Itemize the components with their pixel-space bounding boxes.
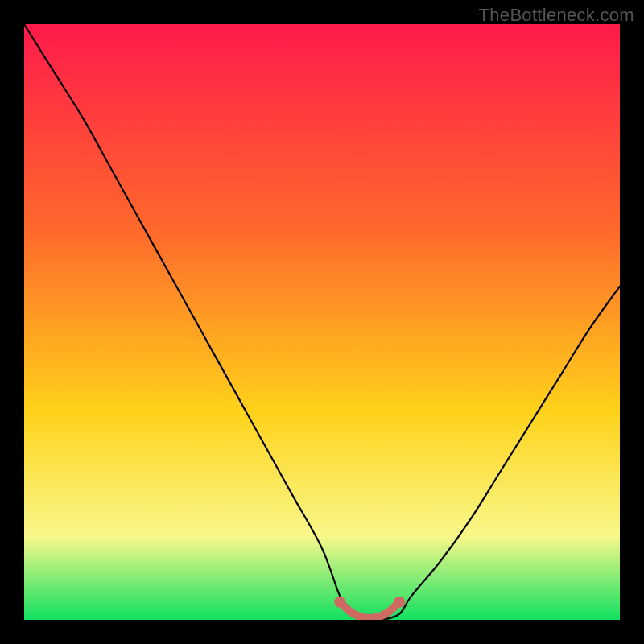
- chart-frame: TheBottleneck.com: [0, 0, 644, 644]
- gradient-background: [24, 24, 620, 620]
- watermark-text: TheBottleneck.com: [479, 5, 634, 26]
- marker-end-dot: [334, 597, 345, 608]
- plot-area: [24, 24, 620, 620]
- marker-end-dot: [394, 597, 405, 608]
- chart-svg: [24, 24, 620, 620]
